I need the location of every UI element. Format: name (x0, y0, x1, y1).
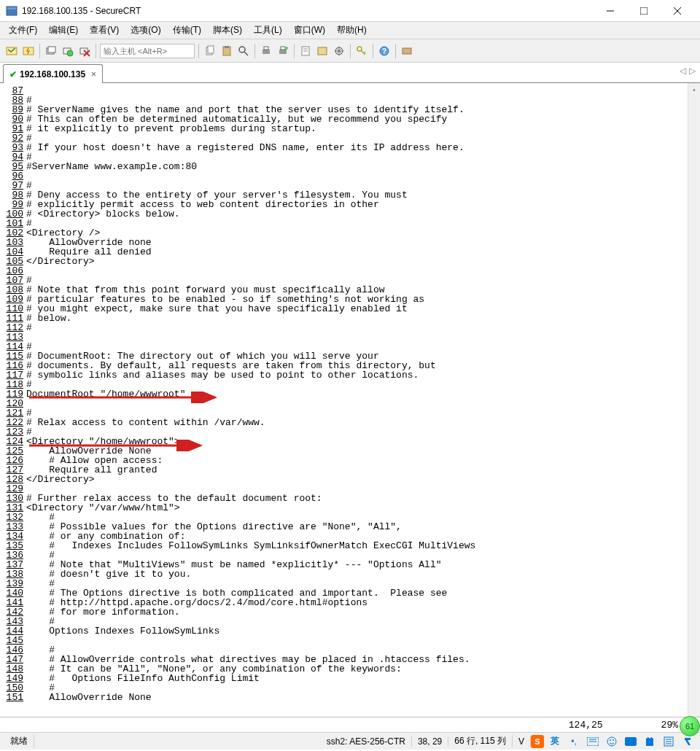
code-line: 144 Options Indexes FollowSymLinks (1, 626, 699, 636)
new-tab-icon[interactable] (44, 44, 58, 58)
svg-rect-9 (48, 47, 55, 52)
ime-tools-icon[interactable] (661, 734, 677, 749)
tab-prev-icon[interactable]: ◁ (680, 66, 686, 76)
separator (350, 44, 351, 58)
line-number: 151 (1, 693, 23, 702)
help-icon[interactable]: ? (377, 44, 392, 58)
code-line: 106 (1, 266, 699, 276)
code-line: 105</Directory> (1, 257, 699, 266)
scroll-up-icon[interactable]: ▴ (688, 83, 700, 96)
tab-close-icon[interactable]: × (91, 69, 96, 79)
connect-icon[interactable] (4, 44, 19, 58)
menu-help[interactable]: 帮助(H) (332, 23, 371, 38)
separator (96, 44, 96, 58)
reconnect-icon[interactable] (61, 44, 75, 58)
session-options-icon[interactable] (315, 44, 330, 58)
code-line: 87 (1, 86, 699, 96)
global-options-icon[interactable] (332, 44, 346, 58)
print-icon[interactable] (259, 44, 273, 58)
code-line: 95#ServerName www.example.com:80 (1, 162, 699, 171)
code-line: 119DocumentRoot "/home/wwwroot" (1, 389, 699, 399)
code-line: 110# you might expect, make sure that yo… (1, 304, 699, 314)
notification-badge[interactable]: 61 (680, 716, 700, 736)
svg-rect-36 (402, 48, 411, 54)
ime-keyboard-icon[interactable] (623, 734, 639, 749)
svg-rect-18 (225, 46, 229, 48)
ime-toolbar: S 英 •, (531, 734, 696, 749)
svg-rect-29 (318, 47, 327, 55)
menu-tools[interactable]: 工具(L) (249, 23, 287, 38)
toolbar: ? (0, 39, 700, 63)
copy-icon[interactable] (203, 44, 217, 58)
session-tab[interactable]: ✔ 192.168.100.135 × (3, 64, 103, 83)
terminal-status-line: 124,25 29% (0, 717, 700, 732)
tab-next-icon[interactable]: ▷ (689, 66, 696, 76)
separator (294, 44, 295, 58)
code-line: 117# symbolic links and aliases may be u… (1, 370, 699, 380)
ime-emoji-icon[interactable] (604, 734, 620, 749)
code-line: 120 (1, 399, 699, 408)
ime-soft-keyboard-icon[interactable] (585, 734, 601, 749)
svg-text:?: ? (382, 47, 386, 55)
terminal[interactable]: 8788#89# ServerName gives the name and p… (0, 83, 700, 717)
menu-options[interactable]: 选项(O) (126, 23, 165, 38)
connected-icon: ✔ (9, 69, 17, 79)
line-text: #ServerName www.example.com:80 (26, 162, 197, 171)
code-line: 111# below. (1, 314, 699, 323)
svg-point-45 (610, 739, 611, 741)
ime-sogou-icon[interactable]: S (531, 735, 544, 748)
window-title: 192.168.100.135 - SecureCRT (22, 6, 594, 16)
code-line: 101# (1, 219, 699, 228)
menu-script[interactable]: 脚本(S) (209, 23, 246, 38)
close-button[interactable] (661, 0, 694, 22)
maximize-button[interactable] (627, 0, 661, 22)
code-line: 127 Require all granted (1, 465, 699, 475)
separator (198, 44, 199, 58)
line-text: # below. (26, 314, 71, 323)
status-protocol: ssh2: AES-256-CTR (321, 736, 412, 747)
svg-point-44 (607, 737, 616, 746)
code-line: 149 # Options FileInfo AuthConfig Limit (1, 674, 699, 683)
svg-rect-3 (640, 7, 648, 15)
ime-skin-icon[interactable] (642, 734, 658, 749)
svg-rect-23 (279, 50, 287, 54)
svg-rect-24 (281, 47, 285, 50)
separator (39, 44, 40, 58)
line-text: # Relax access to content within /var/ww… (26, 418, 265, 427)
vertical-scrollbar[interactable]: ▴ (688, 83, 700, 717)
paste-icon[interactable] (219, 44, 234, 58)
menu-view[interactable]: 查看(V) (85, 23, 123, 38)
code-line: 131<Directory "/var/www/html"> (1, 503, 699, 513)
ime-punct-icon[interactable]: •, (566, 734, 582, 749)
separator (395, 44, 396, 58)
disconnect-icon[interactable] (77, 44, 92, 58)
ime-language[interactable]: 英 (547, 734, 563, 749)
tab-label: 192.168.100.135 (20, 69, 85, 79)
find-icon[interactable] (236, 44, 251, 58)
status-size: 66 行, 115 列 (448, 735, 513, 747)
scroll-percent: 29% (661, 720, 678, 731)
svg-rect-16 (208, 46, 214, 53)
print-screen-icon[interactable] (276, 44, 290, 58)
code-line: 93# If your host doesn't have a register… (1, 143, 699, 152)
quick-connect-icon[interactable] (21, 44, 36, 58)
code-line: 113 (1, 332, 699, 342)
line-text: # Indexes Includes FollowSymLinks SymLin… (26, 541, 475, 550)
svg-rect-47 (625, 737, 637, 746)
properties-icon[interactable] (298, 44, 313, 58)
host-input[interactable] (100, 44, 195, 58)
minimize-button[interactable] (594, 0, 627, 22)
code-line: 151 AllowOverride None (1, 693, 699, 702)
line-text: # (26, 323, 32, 332)
menu-window[interactable]: 窗口(W) (289, 23, 330, 38)
status-ready: 就绪 (4, 735, 34, 747)
svg-point-11 (67, 50, 73, 56)
key-icon[interactable] (354, 44, 369, 58)
menu-transfer[interactable]: 传输(T) (168, 23, 206, 38)
svg-point-46 (612, 739, 614, 741)
line-text: </Directory> (26, 475, 95, 484)
line-text: Options Indexes FollowSymLinks (26, 626, 219, 636)
menu-edit[interactable]: 编辑(E) (44, 23, 82, 38)
menu-file[interactable]: 文件(F) (4, 23, 42, 38)
sfx-icon[interactable] (400, 44, 414, 58)
